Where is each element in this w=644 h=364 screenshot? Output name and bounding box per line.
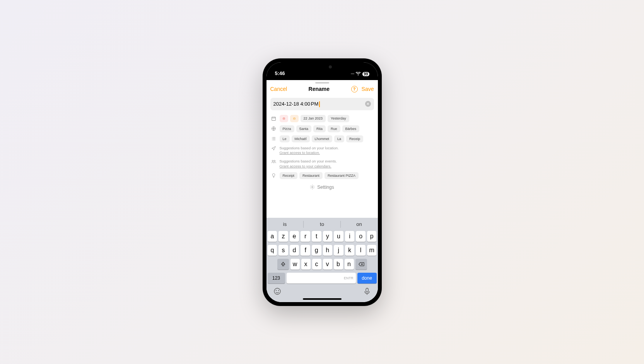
tag-chip[interactable]: Michaël xyxy=(292,135,310,142)
key-g[interactable]: g xyxy=(312,245,321,256)
list-row: Le Michaël Lhommet La Receip xyxy=(270,134,374,144)
clear-input-icon[interactable]: ✕ xyxy=(365,101,371,107)
grant-calendars-link[interactable]: Grant access to your calendars. xyxy=(280,164,331,168)
key-t[interactable]: t xyxy=(312,231,321,242)
svg-rect-1 xyxy=(283,118,285,119)
suggestion[interactable]: to xyxy=(304,218,341,231)
svg-point-4 xyxy=(272,161,273,162)
rename-input-wrap[interactable]: 2024-12-18 4:00 PM ✕ xyxy=(270,98,374,110)
page-title: Rename xyxy=(309,86,330,92)
settings-label: Settings xyxy=(317,185,334,190)
globe-icon xyxy=(270,126,277,131)
tag-chip[interactable]: Rita xyxy=(313,125,326,132)
date-chip[interactable]: 22 Jan 2023 xyxy=(301,115,326,122)
key-l[interactable]: l xyxy=(356,245,366,256)
tag-chip[interactable]: Rue xyxy=(328,125,340,132)
status-right: •••• 99 xyxy=(351,72,369,76)
key-a[interactable]: a xyxy=(268,231,277,242)
done-key[interactable]: done xyxy=(357,273,377,284)
gear-icon xyxy=(310,185,315,190)
tag-chip[interactable]: Le xyxy=(280,135,290,142)
save-button[interactable]: Save xyxy=(362,86,374,92)
tag-chip[interactable]: Receip xyxy=(346,135,363,142)
date-chip-orange[interactable] xyxy=(290,115,299,122)
key-z[interactable]: z xyxy=(278,231,288,242)
svg-point-5 xyxy=(274,161,275,162)
key-d[interactable]: d xyxy=(290,245,299,256)
key-p[interactable]: p xyxy=(367,231,377,242)
key-c[interactable]: c xyxy=(312,259,321,270)
svg-point-8 xyxy=(276,290,276,291)
rename-input[interactable]: 2024-12-18 4:00 PM xyxy=(273,101,365,107)
key-h[interactable]: h xyxy=(323,245,333,256)
lightbulb-icon xyxy=(270,173,277,178)
date-chip[interactable]: Yesterday xyxy=(328,115,349,122)
key-m[interactable]: m xyxy=(367,245,377,256)
cancel-button[interactable]: Cancel xyxy=(270,86,287,92)
key-q[interactable]: q xyxy=(268,245,277,256)
keyboard-footer xyxy=(266,286,378,297)
key-j[interactable]: j xyxy=(334,245,343,256)
status-time: 5:46 xyxy=(275,70,285,76)
settings-button[interactable]: Settings xyxy=(270,181,374,194)
key-row-3: w x c v b n xyxy=(268,259,377,270)
tag-chip[interactable]: La xyxy=(334,135,344,142)
key-w[interactable]: w xyxy=(290,259,300,270)
key-e[interactable]: e xyxy=(290,231,299,242)
location-info-row: Suggestions based on your location. Gran… xyxy=(270,144,374,157)
rename-sheet: Cancel Rename ? Save 2024-12-18 4:00 PM … xyxy=(266,80,378,302)
sheet-background xyxy=(266,78,378,80)
content: 2024-12-18 4:00 PM ✕ 22 Jan 202 xyxy=(266,95,378,218)
tag-chip[interactable]: Santa xyxy=(296,125,312,132)
shift-key[interactable] xyxy=(277,259,289,270)
events-info-row: Suggestions based on your events. Grant … xyxy=(270,157,374,171)
key-row-1: a z e r t y u i o p xyxy=(268,231,377,242)
key-k[interactable]: k xyxy=(345,245,355,256)
key-s[interactable]: s xyxy=(278,245,288,256)
svg-rect-2 xyxy=(293,118,295,119)
key-x[interactable]: x xyxy=(301,259,311,270)
suggestion[interactable]: on xyxy=(341,218,378,231)
key-v[interactable]: v xyxy=(323,259,332,270)
calendar-icon xyxy=(270,116,277,121)
key-r[interactable]: r xyxy=(301,231,310,242)
key-n[interactable]: n xyxy=(345,259,354,270)
key-f[interactable]: f xyxy=(301,245,310,256)
tag-chip[interactable]: Bärbes xyxy=(342,125,360,132)
date-row: 22 Jan 2023 Yesterday xyxy=(270,113,374,124)
people-icon xyxy=(270,159,277,164)
key-b[interactable]: b xyxy=(334,259,343,270)
svg-rect-0 xyxy=(272,117,276,120)
location-arrow-icon xyxy=(270,146,277,151)
key-u[interactable]: u xyxy=(334,231,343,242)
emoji-icon[interactable] xyxy=(273,287,281,297)
key-row-2: q s d f g h j k l m xyxy=(268,245,377,256)
grant-location-link[interactable]: Grant access to location. xyxy=(280,150,320,155)
screen: 5:46 •••• 99 Cancel Rename ? Save xyxy=(266,62,378,302)
bulb-row: Receipt Restaurant Restaurant PIZZA xyxy=(270,171,374,181)
help-icon[interactable]: ? xyxy=(351,86,358,92)
location-info-text: Suggestions based on your location. xyxy=(280,146,339,150)
home-indicator[interactable] xyxy=(303,298,342,300)
key-y[interactable]: y xyxy=(323,231,333,242)
suggestion-chip[interactable]: Receipt xyxy=(280,172,298,179)
phone-frame: 5:46 •••• 99 Cancel Rename ? Save xyxy=(263,58,382,306)
globe-row: Pizza Santa Rita Rue Bärbes xyxy=(270,124,374,134)
tag-chip[interactable]: Lhommet xyxy=(312,135,333,142)
suggestion-chip[interactable]: Restaurant PIZZA xyxy=(325,172,359,179)
key-o[interactable]: o xyxy=(356,231,366,242)
date-chip-red[interactable] xyxy=(280,115,288,122)
backspace-key[interactable] xyxy=(355,259,367,270)
key-i[interactable]: i xyxy=(345,231,355,242)
numeric-key[interactable]: 123 xyxy=(268,273,285,284)
space-key[interactable]: ENTR xyxy=(287,273,356,284)
mic-icon[interactable] xyxy=(363,287,371,297)
tag-chip[interactable]: Pizza xyxy=(280,125,294,132)
keyboard: is to on a z e r t y u i o p xyxy=(266,218,378,302)
list-icon xyxy=(270,136,277,141)
keyboard-suggestions: is to on xyxy=(266,218,378,231)
suggestion[interactable]: is xyxy=(266,218,304,231)
suggestion-chip[interactable]: Restaurant xyxy=(299,172,323,179)
text-cursor xyxy=(319,101,320,107)
svg-rect-10 xyxy=(366,288,368,292)
